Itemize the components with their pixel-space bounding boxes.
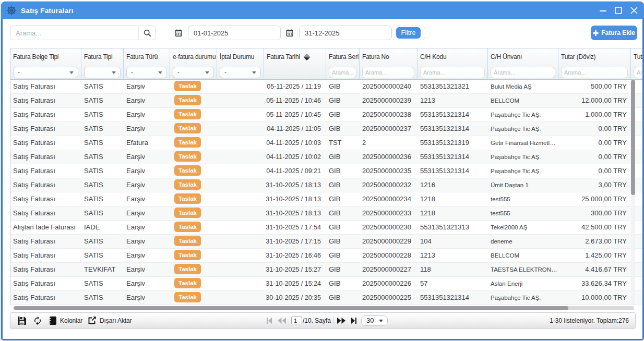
cell-efatura_durumu: Taslak [170, 249, 217, 262]
cell-tarih: 31-10-2025 / 16:46 [264, 249, 326, 262]
cell-fatura_tipi: SATIS [81, 235, 124, 248]
column-header-belge_tipi[interactable]: Fatura Belge Tipi- [10, 48, 81, 79]
table-row[interactable]: Satış FaturasıSATISEarşivTaslak30-10-202… [10, 291, 642, 305]
column-header-tutar[interactable]: Tutar (Döviz) [558, 48, 631, 79]
table-row[interactable]: Satış FaturasıSATISEarşivTaslak04-11-202… [10, 122, 642, 136]
filter-select-fatura_turu[interactable]: - [126, 67, 167, 78]
filter-select-fatura_tipi[interactable] [84, 67, 121, 78]
table-row[interactable]: Satış FaturasıSATISEarşivTaslak31-10-202… [10, 249, 642, 263]
table-row[interactable]: Satış FaturasıSATISEarşivTaslak31-10-202… [10, 235, 642, 249]
cell-efatura_durumu: Taslak [170, 291, 217, 305]
horizontal-scrollbar[interactable] [13, 306, 634, 310]
search-button[interactable] [138, 26, 156, 40]
filter-input-seri[interactable] [329, 67, 356, 78]
refresh-button[interactable] [33, 313, 42, 328]
date-from-input[interactable] [188, 26, 281, 40]
page-size-select[interactable]: 30 [361, 315, 388, 326]
table-row[interactable]: Satış FaturasıSATISEarşivTaslak04-11-202… [10, 150, 642, 164]
cell-ch_kodu: 5531351321314 [418, 150, 488, 164]
cell-ch_unvani: Paşabahçe Tic AŞ. [488, 164, 558, 178]
table-row[interactable]: Satış FaturasıSATISEarşivTaslak05-11-202… [10, 108, 642, 122]
column-header-tarih[interactable]: Fatura Tarihi [264, 48, 326, 79]
vertical-scrollbar-thumb[interactable] [631, 80, 635, 195]
table-row[interactable]: Satış FaturasıSATISEarşivTaslak31-10-202… [10, 178, 642, 192]
cell-ch_unvani: test555 [488, 192, 558, 206]
maximize-button[interactable] [611, 2, 626, 19]
cell-no: 2025000000226 [360, 277, 418, 290]
save-button[interactable] [17, 313, 27, 328]
filter-input-ch_kodu[interactable] [420, 67, 485, 78]
column-header-fatura_turu[interactable]: Fatura Türü- [124, 48, 170, 79]
table-row[interactable]: Satış FaturasıSATISEarşivTaslak05-11-202… [10, 94, 642, 108]
table-row[interactable]: Satış FaturasıSATISEarşivTaslak31-10-202… [10, 277, 642, 291]
cell-tutar: 10.000,00 TRY [558, 291, 631, 305]
sort-icon[interactable] [304, 54, 310, 60]
column-header-fatura_tipi[interactable]: Fatura Tipi [81, 48, 124, 79]
previous-page-button[interactable] [278, 318, 286, 324]
filter-input-ch_unvani[interactable] [491, 67, 555, 78]
cell-belge_tipi: Satış Faturası [10, 192, 81, 206]
cell-iptal_durumu [217, 263, 264, 276]
date-from-calendar-button[interactable] [171, 26, 186, 40]
cell-efatura_durumu: Taslak [170, 136, 217, 150]
column-header-tutar_try[interactable]: Tutar (TRY) [631, 48, 642, 79]
export-button[interactable]: Dışarı Aktar [88, 313, 132, 328]
cell-fatura_tipi: SATIS [81, 277, 124, 290]
floppy-disk-icon [17, 316, 27, 325]
cell-no: 2025000000228 [360, 249, 418, 262]
table-row[interactable]: Satış FaturasıSATISEarşivTaslak31-10-202… [10, 192, 642, 206]
filter-input-no[interactable] [362, 67, 414, 78]
table-row[interactable]: Satış FaturasıSATISEarşivTaslak05-11-202… [10, 80, 642, 94]
date-to-calendar-button[interactable] [282, 26, 297, 40]
cell-efatura_durumu: Taslak [170, 178, 217, 192]
vertical-scrollbar[interactable] [631, 80, 635, 304]
page-number-input[interactable] [291, 316, 302, 324]
column-header-efatura_durumu[interactable]: e-fatura durumu- [170, 48, 217, 79]
cell-seri: GIB [326, 178, 360, 192]
cell-tarih: 31-10-2025 / 17:15 [264, 235, 326, 248]
next-page-button[interactable] [337, 318, 345, 324]
filter-select-efatura_durumu[interactable]: - [173, 67, 214, 78]
search-input[interactable] [10, 26, 138, 40]
ship-wheel-icon [6, 5, 17, 16]
cell-belge_tipi: Satış Faturası [10, 150, 81, 164]
filter-input-tutar_try[interactable] [634, 67, 642, 78]
cell-iptal_durumu [217, 249, 264, 262]
table-row[interactable]: Satış FaturasıSATISEfaturaTaslak04-11-20… [10, 136, 642, 150]
cell-no: 2 [360, 136, 418, 150]
close-button[interactable] [626, 2, 642, 19]
first-page-button[interactable] [267, 318, 272, 324]
status-badge: Taslak [174, 250, 201, 260]
cell-iptal_durumu [217, 178, 264, 192]
cell-ch_unvani: Paşabahçe Tic AŞ. [488, 122, 558, 136]
chevron-down-icon [205, 71, 209, 74]
cell-ch_kodu: 5531351321321 [418, 80, 488, 93]
cell-ch_unvani: Paşabahçe Tic AŞ. [488, 150, 558, 164]
column-label: Fatura Belge Tipi [13, 53, 58, 61]
columns-button[interactable]: Kolonlar [49, 313, 82, 328]
cell-belge_tipi: Alıştan İade Faturası [10, 221, 81, 234]
date-to-input[interactable] [299, 26, 391, 40]
column-header-seri[interactable]: Fatura Seri [326, 48, 360, 79]
last-page-button[interactable] [351, 318, 356, 324]
table-row[interactable]: Alıştan İade FaturasıIADEEarşivTaslak31-… [10, 221, 642, 235]
table-row[interactable]: Satış FaturasıSATISEarşivTaslak04-11-202… [10, 164, 642, 178]
cell-seri: TST [326, 136, 360, 150]
filter-select-iptal_durumu[interactable]: - [220, 67, 261, 78]
column-header-ch_unvani[interactable]: C/H Ünvanı [488, 48, 558, 79]
column-label: C/H Ünvanı [491, 53, 522, 61]
filter-input-tutar[interactable] [561, 67, 628, 78]
filter-select-belge_tipi[interactable]: - [13, 67, 78, 78]
horizontal-scrollbar-thumb[interactable] [14, 306, 568, 310]
status-badge: Taslak [174, 137, 201, 148]
column-header-ch_kodu[interactable]: C/H Kodu [418, 48, 488, 79]
column-header-iptal_durumu[interactable]: İptal Durumu- [217, 48, 264, 79]
add-invoice-button[interactable]: Fatura Ekle [591, 26, 637, 40]
table-row[interactable]: Satış FaturasıSATISEarşivTaslak31-10-202… [10, 206, 642, 221]
status-badge: Taslak [174, 151, 201, 162]
table-row[interactable]: Satış FaturasıTEVKIFATEarşivTaslak31-10-… [10, 263, 642, 277]
column-header-no[interactable]: Fatura No [360, 48, 418, 79]
filter-button[interactable]: Filtre [396, 27, 421, 39]
minimize-button[interactable] [595, 2, 611, 19]
cell-iptal_durumu [217, 221, 264, 234]
